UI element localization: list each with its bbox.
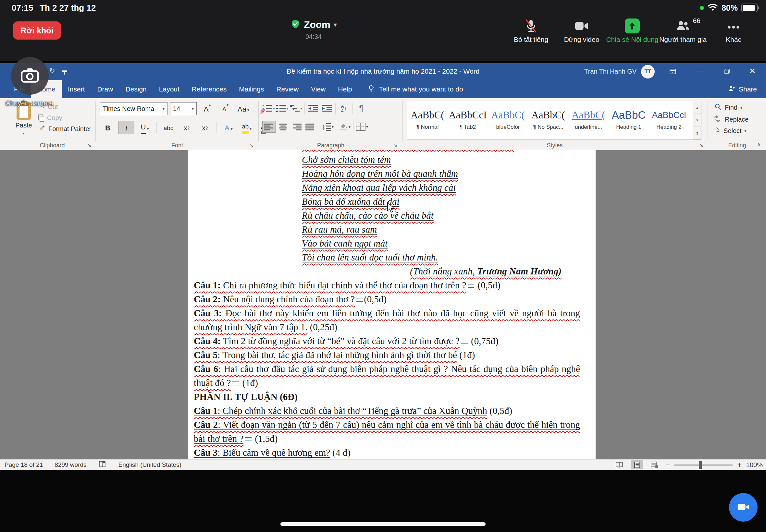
styles-dialog-launcher-icon[interactable]: ↘ — [699, 142, 704, 148]
switch-camera-button[interactable] — [11, 57, 49, 95]
multilevel-list-button[interactable]: ▾ — [289, 103, 302, 114]
zoom-action-buttons: Bỏ tắt tiếngDừng videoChia sẻ Nội dung66… — [506, 18, 759, 43]
style-name: ¶ No Spac... — [533, 124, 563, 130]
recording-dot-icon — [700, 6, 704, 10]
paste-dropdown-icon[interactable]: ▾ — [23, 131, 25, 136]
restore-icon[interactable] — [724, 68, 730, 76]
floating-video-button[interactable] — [729, 493, 758, 522]
home-indicator[interactable] — [280, 522, 486, 526]
zoom-slider-thumb[interactable] — [699, 461, 702, 469]
numbering-button[interactable]: ▾ — [276, 103, 289, 114]
borders-button[interactable]: ▾ — [355, 121, 368, 132]
tab-draw[interactable]: Draw — [91, 80, 119, 98]
align-center-button[interactable] — [276, 121, 289, 132]
style--no-spac-[interactable]: AaBbC(¶ No Spac... — [528, 101, 568, 139]
ribbon-display-options-icon[interactable] — [669, 68, 676, 77]
tab-design[interactable]: Design — [119, 80, 152, 98]
decrease-indent-button[interactable] — [307, 103, 320, 114]
zoom-btn-mic-muted[interactable]: Bỏ tắt tiếng — [506, 18, 556, 43]
shading-button[interactable]: ▾ — [338, 121, 351, 132]
superscript-button[interactable]: x2 — [197, 121, 213, 134]
shading-bucket-icon — [339, 122, 348, 132]
screen: 07:15 Th 2 27 thg 12 80% Rời khỏi Zoom ▾… — [0, 0, 766, 532]
share-button[interactable]: Share — [728, 80, 757, 98]
tab-review[interactable]: Review — [270, 80, 305, 98]
tab-layout[interactable]: Layout — [153, 80, 186, 98]
highlight-button[interactable]: ab▾ — [239, 121, 254, 134]
sort-button[interactable]: AZ↓ — [337, 103, 350, 114]
font-size-select[interactable]: 14▾ — [170, 102, 197, 115]
align-right-button[interactable] — [290, 121, 303, 132]
styles-expand-gallery-icon[interactable]: ▾̱ — [693, 127, 701, 139]
shrink-font-button[interactable]: A▾ — [217, 103, 233, 115]
avatar[interactable]: TT — [641, 65, 655, 79]
chevron-down-icon: ▾ — [162, 106, 164, 111]
tab-view[interactable]: View — [305, 80, 332, 98]
zoom-btn-participants[interactable]: 66Người tham gia — [658, 18, 708, 43]
minimize-icon[interactable]: — — [697, 67, 704, 75]
find-button[interactable]: Find▾ — [714, 103, 748, 112]
tab-help[interactable]: Help — [332, 80, 358, 98]
doc-line: Nắng xiên khoai qua liếp vách không cài — [194, 181, 580, 195]
account-name[interactable]: Tran Thi Hanh GV — [584, 68, 637, 75]
copy-button[interactable]: Copy — [38, 114, 91, 122]
meeting-title-block[interactable]: Zoom ▾ 04:34 — [274, 19, 352, 41]
doc-line: Chở sớm chiều tóm tém — [194, 153, 580, 167]
font-family-select[interactable]: Times New Roma▾ — [100, 102, 167, 115]
proofing-icon[interactable] — [98, 460, 107, 470]
zoom-out-button[interactable]: − — [665, 462, 670, 468]
decrease-indent-icon — [308, 104, 318, 113]
zoom-btn-more[interactable]: Khác — [708, 18, 759, 43]
zoom-btn-label: Khác — [726, 36, 741, 43]
increase-indent-button[interactable] — [320, 103, 333, 114]
leave-meeting-button[interactable]: Rời khỏi — [13, 21, 61, 40]
underline-button[interactable]: U▾ — [137, 121, 152, 134]
style--normal[interactable]: AaBbC(¶ Normal — [407, 101, 448, 139]
italic-button[interactable]: I — [118, 121, 134, 134]
language-indicator[interactable]: English (United States) — [118, 461, 181, 468]
format-painter-button[interactable]: Format Painter — [38, 125, 91, 133]
document-page[interactable]: aaaa aaa aaaaa aaaaaa aaaa aaaaaa aaaaaa… — [188, 150, 596, 459]
align-left-button[interactable] — [262, 121, 276, 133]
web-layout-button[interactable] — [648, 460, 661, 469]
paragraph-dialog-launcher-icon[interactable]: ↘ — [393, 142, 397, 148]
word-count[interactable]: 8299 words — [55, 461, 86, 468]
style-name: Heading 2 — [656, 124, 682, 130]
read-mode-button[interactable] — [612, 461, 626, 469]
tab-references[interactable]: References — [186, 80, 233, 98]
zoom-btn-video[interactable]: Dừng video — [556, 18, 607, 43]
strikethrough-button[interactable]: abc — [161, 121, 176, 134]
select-button[interactable]: Select▾ — [714, 127, 748, 135]
styles-scroll-up-icon[interactable]: ▴ — [693, 101, 701, 114]
styles-scroll-down-icon[interactable]: ▾ — [693, 114, 701, 127]
style--tab2[interactable]: AaBbCcI¶ Tab2 — [448, 101, 488, 139]
bold-button[interactable]: B — [100, 121, 115, 134]
print-layout-button[interactable] — [631, 460, 643, 469]
replace-button[interactable]: abacReplace — [714, 115, 748, 124]
change-case-button[interactable]: Aa▾ — [236, 103, 251, 115]
style-heading-1[interactable]: AaBbCHeading 1 — [609, 101, 649, 139]
style-heading-2[interactable]: AaBbCclHeading 2 — [649, 101, 689, 139]
doc-line: Câu 3: Biểu cảm về quê hương em? (4 đ) — [194, 446, 580, 459]
page-indicator[interactable]: Page 18 of 21 — [5, 461, 43, 468]
tell-me-search[interactable]: Tell me what you want to do — [367, 80, 463, 98]
grow-font-button[interactable]: A▴ — [199, 103, 215, 115]
font-dialog-launcher-icon[interactable]: ↘ — [249, 142, 254, 148]
collapse-ribbon-icon[interactable]: ∧ — [757, 141, 761, 148]
zoom-slider[interactable] — [674, 465, 733, 465]
line-spacing-button[interactable]: ▾ — [321, 121, 334, 132]
zoom-btn-share-up[interactable]: Chia sẻ Nội dung — [607, 18, 658, 43]
zoom-in-button[interactable]: + — [737, 462, 741, 468]
tab-mailings[interactable]: Mailings — [233, 80, 270, 98]
text-effects-button[interactable]: A▾ — [221, 121, 236, 134]
clipboard-dialog-launcher-icon[interactable]: ↘ — [87, 142, 91, 148]
justify-button[interactable] — [304, 121, 317, 132]
close-icon[interactable]: ✕ — [749, 67, 756, 76]
bullets-button[interactable]: ▾ — [262, 103, 275, 114]
style-underline-[interactable]: AaBbC(underline... — [568, 101, 609, 139]
style-bluecolor[interactable]: AaBbC(blueColor — [488, 101, 528, 139]
points-value: (0,5đ) — [475, 280, 500, 290]
subscript-button[interactable]: x2 — [179, 121, 194, 134]
tab-insert[interactable]: Insert — [62, 80, 91, 98]
show-paragraph-marks-button[interactable]: ¶ — [355, 103, 368, 114]
